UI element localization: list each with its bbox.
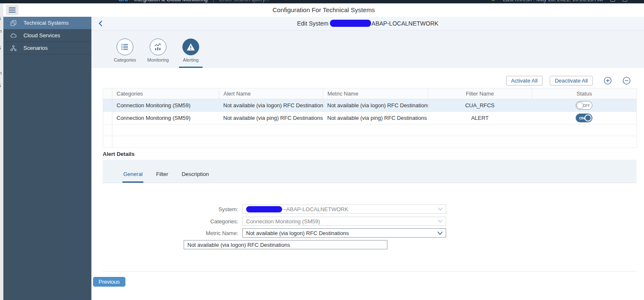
cell-metric-name: Not available (via ping) RFC Destination… [323, 112, 428, 124]
list-circle-icon [121, 43, 129, 51]
form-row-alert-name: *Alert Name: [184, 240, 242, 249]
cell-filter-name: CUA_RFCS [428, 99, 532, 112]
toggle-label: ON [579, 116, 585, 120]
form-row-system: System: ~ABAP-LOCALNETWORK [184, 204, 446, 214]
tab-monitoring[interactable]: Monitoring [141, 31, 175, 67]
cell-categories: Connection Monitoring (SM59) [112, 112, 219, 124]
chevron-down-icon [437, 231, 443, 235]
text-fragment: S [0, 45, 1, 50]
system-select[interactable]: ~ABAP-LOCALNETWORK [242, 204, 446, 214]
sidebar-item-label: Scenarios [23, 45, 48, 51]
tab-label: Categories [108, 57, 142, 62]
status-toggle-on[interactable]: ON [576, 114, 592, 122]
text-fragment: S [0, 16, 1, 21]
dialog-title: Configuration For Technical Systems [3, 3, 644, 17]
table-toolbar: Activate All Deactivate All [506, 76, 631, 85]
refresh-icon: ↻ [491, 0, 496, 3]
deactivate-all-button[interactable]: Deactivate All [550, 76, 593, 85]
categories-value: Connection Monitoring (SM59) [246, 218, 320, 225]
tab-filter[interactable]: Filter [155, 171, 169, 183]
add-alert-button[interactable] [604, 77, 612, 85]
edit-system-title-suffix: ABAP-LOCALNETWORK [371, 20, 438, 27]
alert-details-heading: Alert Details [103, 151, 135, 157]
column-header-metric-name: Metric Name [323, 88, 428, 99]
sidebar-item-label: Cloud Services [23, 32, 60, 39]
configuration-dialog: Configuration For Technical Systems Tech… [3, 3, 644, 300]
dialog-titlebar: Configuration For Technical Systems [3, 3, 644, 17]
text-fragment: m [0, 28, 2, 34]
metric-name-label: Metric Name: [184, 230, 242, 236]
redaction-blob [246, 206, 282, 212]
cell-alert-name: Not available (via ping) RFC Destination… [219, 112, 323, 124]
minus-circle-icon [623, 77, 631, 85]
last-refresh-text: Last refresh : May 28, 2021, 10:26:28 AM [503, 0, 603, 3]
sidebar-item-technical-systems[interactable]: Technical Systems [3, 17, 91, 29]
cell-alert-name: Not available (via logon) RFC Destinatio… [219, 99, 323, 112]
sidebar-nav: Technical Systems Cloud Services Scenari… [3, 17, 91, 300]
cloud-icon [10, 32, 17, 39]
tab-label: Monitoring [141, 57, 175, 62]
tab-general[interactable]: General [122, 171, 143, 183]
toggle-knob [584, 114, 592, 122]
hamburger-icon [9, 8, 16, 8]
cell-metric-name: Not available (via logon) RFC Destinatio… [323, 99, 428, 112]
plus-circle-icon [604, 77, 612, 85]
background-app-title: Integration & Cloud Monitoring [134, 0, 208, 3]
background-search-placeholder: Enter search query... [219, 0, 270, 3]
cell-categories: Connection Monitoring (SM59) [112, 99, 219, 112]
column-header-alert-name: Alert Name [219, 88, 323, 99]
text-fragment: m [0, 70, 2, 75]
column-header-select [103, 88, 112, 99]
icon-tab-bar: Categories Monitoring [91, 31, 644, 67]
remove-alert-button[interactable] [623, 77, 631, 85]
table-row[interactable]: Connection Monitoring (SM59) Not availab… [103, 99, 637, 112]
footer-divider [103, 271, 636, 272]
categories-select[interactable]: Connection Monitoring (SM59) [242, 217, 446, 226]
sidebar-item-cloud-services[interactable]: Cloud Services [3, 29, 91, 42]
edit-system-title-prefix: Edit System [297, 20, 328, 27]
scenarios-icon [10, 45, 17, 52]
divider: | [213, 0, 214, 3]
edit-system-title: Edit SystemABAP-LOCALNETWORK [91, 17, 644, 31]
chevron-down-icon [438, 220, 443, 223]
form-row-metric-name: Metric Name: Not available (via logon) R… [184, 228, 446, 238]
tab-description[interactable]: Description [181, 171, 210, 183]
chevron-down-icon [438, 207, 443, 211]
metric-name-value: Not available (via logon) RFC Destinatio… [246, 230, 349, 236]
window-icon [610, 0, 615, 2]
details-tab-bar: General Filter Description [103, 160, 636, 183]
technical-systems-icon [10, 20, 17, 26]
redaction-blob [330, 20, 371, 27]
alert-circle-icon [186, 43, 195, 51]
column-header-filter-name: Filter Name [428, 88, 532, 99]
tab-alerting[interactable]: Alerting [174, 31, 208, 67]
metric-name-select[interactable]: Not available (via logon) RFC Destinatio… [242, 228, 446, 238]
table-row[interactable]: Connection Monitoring (SM59) Not availab… [103, 112, 637, 124]
alert-name-input[interactable] [184, 240, 387, 249]
menu-hamburger-button[interactable] [6, 5, 18, 16]
sidebar-item-label: Technical Systems [23, 20, 69, 26]
back-button[interactable] [96, 19, 106, 29]
column-header-status: Status [532, 88, 637, 99]
alerts-table: Categories Alert Name Metric Name Filter… [103, 88, 637, 148]
text-fragment: S [0, 83, 1, 88]
tab-categories[interactable]: Categories [108, 31, 142, 67]
sidebar-item-scenarios[interactable]: Scenarios [3, 42, 91, 54]
status-toggle-off[interactable]: OFF [576, 101, 592, 110]
content-area: Edit SystemABAP-LOCALNETWORK Categories [91, 17, 644, 300]
table-header-row: Categories Alert Name Metric Name Filter… [103, 88, 637, 99]
toggle-label: OFF [583, 103, 590, 108]
column-header-categories: Categories [112, 88, 219, 99]
sap-logo: SAP [119, 0, 130, 3]
background-page-edge: S m S m S [0, 3, 3, 300]
chart-circle-icon [154, 43, 162, 51]
background-app-header: SAP Integration & Cloud Monitoring | Ent… [0, 0, 644, 3]
categories-label: Categories: [184, 218, 242, 225]
table-empty-row [103, 124, 637, 136]
previous-button[interactable]: Previous [93, 277, 125, 287]
activate-all-button[interactable]: Activate All [506, 76, 543, 85]
cell-filter-name: ALERT [428, 112, 532, 124]
system-value: ~ABAP-LOCALNETWORK [283, 206, 348, 212]
system-label: System: [184, 206, 242, 212]
tab-label: Alerting [174, 57, 208, 62]
